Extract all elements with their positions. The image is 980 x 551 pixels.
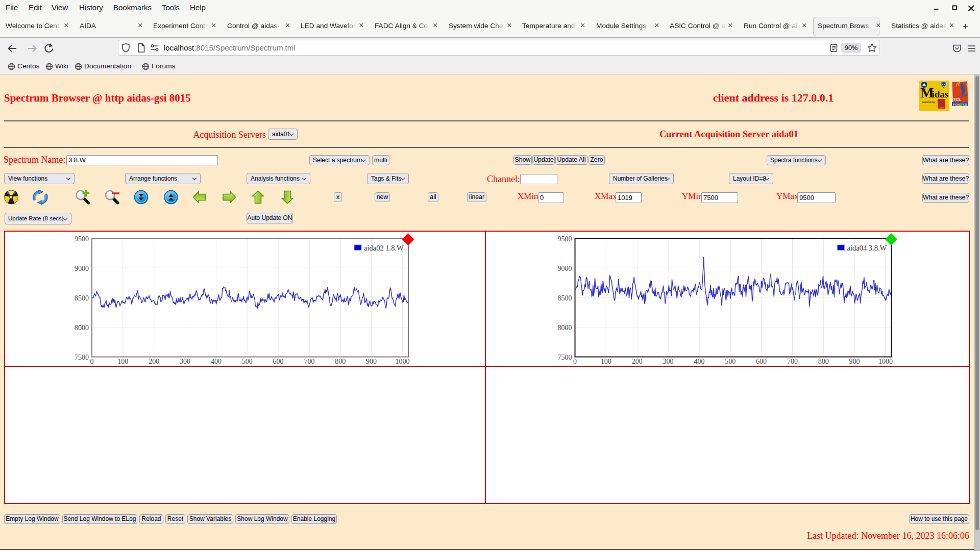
svg-text:8000: 8000	[558, 324, 572, 332]
svg-text:L I N K: L I N K	[939, 107, 944, 109]
svg-text:400: 400	[211, 358, 222, 365]
svg-text:200: 200	[632, 358, 643, 365]
svg-text:9500: 9500	[558, 235, 572, 243]
svg-text:TCL: TCL	[953, 97, 962, 102]
svg-text:700: 700	[304, 358, 314, 365]
svg-text:1000: 1000	[395, 358, 409, 365]
svg-text:8500: 8500	[558, 294, 572, 302]
svg-text:9000: 9000	[558, 265, 572, 272]
svg-text:200: 200	[149, 358, 159, 365]
svg-text:aida04 3.8.W: aida04 3.8.W	[847, 244, 887, 252]
svg-text:900: 900	[366, 358, 377, 365]
svg-text:100: 100	[117, 358, 128, 365]
svg-text:100: 100	[601, 358, 611, 365]
svg-text:idas: idas	[932, 89, 949, 99]
svg-text:500: 500	[242, 358, 253, 365]
svg-text:700: 700	[787, 358, 798, 365]
svg-text:600: 600	[756, 358, 767, 365]
svg-text:900: 900	[849, 358, 860, 365]
svg-text:7500: 7500	[558, 354, 572, 361]
svg-text:9000: 9000	[75, 265, 89, 272]
svg-text:powered by: powered by	[922, 101, 935, 104]
svg-text:300: 300	[663, 358, 674, 365]
svg-text:aida02 1.8.W: aida02 1.8.W	[364, 244, 404, 252]
svg-text:400: 400	[694, 358, 704, 365]
svg-text:7500: 7500	[75, 354, 89, 361]
svg-text:POWERED: POWERED	[953, 103, 967, 106]
svg-text:8500: 8500	[75, 294, 89, 302]
svg-text:800: 800	[818, 358, 829, 365]
svg-text:600: 600	[273, 358, 284, 365]
svg-text:0: 0	[573, 358, 577, 365]
svg-text:800: 800	[335, 358, 346, 365]
svg-text:8000: 8000	[75, 324, 89, 332]
svg-text:9500: 9500	[75, 235, 89, 243]
svg-text:0: 0	[90, 358, 94, 365]
svg-text:300: 300	[180, 358, 190, 365]
svg-text:500: 500	[725, 358, 736, 365]
svg-text:1000: 1000	[878, 358, 893, 365]
